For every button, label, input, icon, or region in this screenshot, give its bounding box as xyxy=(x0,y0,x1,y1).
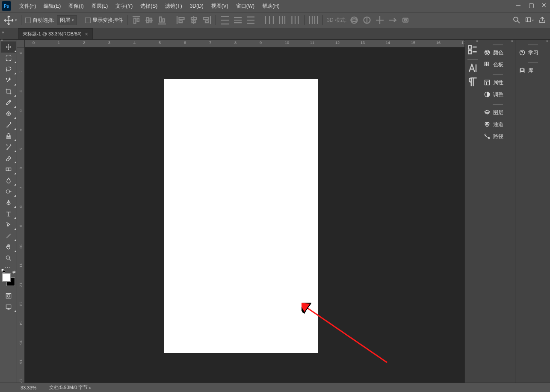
blur-tool[interactable] xyxy=(1,175,16,186)
menu-select[interactable]: 选择(S) xyxy=(136,3,161,10)
foreground-color-swatch[interactable] xyxy=(2,273,11,282)
menu-help[interactable]: 帮助(H) xyxy=(258,3,284,10)
distribute-hcenter-icon[interactable] xyxy=(277,15,287,25)
crop-tool[interactable] xyxy=(1,86,16,97)
layers-panel-button[interactable]: 图层 xyxy=(480,106,515,118)
document-info[interactable]: 文档:5.93M/0 字节▸ xyxy=(49,384,92,391)
panel-expand-icon[interactable]: » xyxy=(476,39,478,43)
document-tab[interactable]: 未标题-1 @ 33.3%(RGB/8#) × xyxy=(18,28,93,39)
auto-select-checkbox[interactable]: 自动选择: xyxy=(25,17,54,24)
window-maximize-icon[interactable]: ▢ xyxy=(528,2,535,9)
distribute-left-icon[interactable] xyxy=(264,15,275,25)
svg-point-4 xyxy=(405,19,407,21)
document-tab-bar: » 未标题-1 @ 33.3%(RGB/8#) × xyxy=(0,28,550,40)
menu-image[interactable]: 图像(I) xyxy=(65,3,87,10)
magic-wand-tool[interactable] xyxy=(1,75,16,86)
ruler-vertical[interactable]: 01234567891011121314151617 xyxy=(17,47,25,383)
document-canvas[interactable] xyxy=(164,79,318,353)
move-tool-indicator-icon: ▾ xyxy=(3,14,17,26)
ruler-origin[interactable] xyxy=(17,40,25,47)
default-colors-icon[interactable] xyxy=(1,269,5,272)
svg-point-11 xyxy=(6,190,9,193)
menu-file[interactable]: 文件(F) xyxy=(15,3,40,10)
zoom-tool[interactable] xyxy=(1,253,16,264)
paths-panel-button[interactable]: 路径 xyxy=(480,130,515,142)
window-minimize-icon[interactable]: ─ xyxy=(515,2,522,9)
menu-view[interactable]: 视图(V) xyxy=(207,3,232,10)
quick-mask-icon[interactable] xyxy=(1,290,16,301)
move-tool[interactable] xyxy=(1,41,16,53)
menu-window[interactable]: 窗口(W) xyxy=(232,3,258,10)
panel-expand-icon[interactable]: » xyxy=(511,39,513,43)
menu-3d[interactable]: 3D(D) xyxy=(186,3,207,9)
3d-zoom-icon[interactable] xyxy=(400,15,411,25)
lasso-tool[interactable] xyxy=(1,64,16,75)
healing-brush-tool[interactable] xyxy=(1,108,16,119)
adjustments-panel-button[interactable]: 调整 xyxy=(480,88,515,100)
paragraph-panel-icon[interactable] xyxy=(466,76,479,88)
canvas-area[interactable]: 01234567891011121314151617 0123456789101… xyxy=(17,40,464,383)
color-swatches[interactable]: ⇄ xyxy=(2,273,15,286)
history-panel-icon[interactable] xyxy=(466,44,479,57)
dodge-tool[interactable] xyxy=(1,186,16,197)
character-panel-icon[interactable] xyxy=(466,62,479,75)
workspace-switcher-icon[interactable]: ▾ xyxy=(525,16,534,24)
pen-tool[interactable] xyxy=(1,197,16,208)
share-icon[interactable] xyxy=(538,16,547,24)
history-brush-tool[interactable] xyxy=(1,141,16,153)
screen-mode-icon[interactable] xyxy=(1,301,16,312)
menu-filter[interactable]: 滤镜(T) xyxy=(161,3,186,10)
svg-point-0 xyxy=(351,17,358,24)
tool-palette: » ⋯ ⇄ xyxy=(0,40,17,383)
swap-colors-icon[interactable]: ⇄ xyxy=(12,270,16,274)
svg-point-21 xyxy=(488,51,488,52)
eraser-tool[interactable] xyxy=(1,153,16,164)
align-hcenter-icon[interactable] xyxy=(189,15,199,25)
path-selection-tool[interactable] xyxy=(1,219,16,230)
distribute-vcenter-icon[interactable] xyxy=(233,15,243,25)
auto-select-target-dropdown[interactable]: 图层▾ xyxy=(57,15,77,25)
gradient-tool[interactable] xyxy=(1,164,16,175)
3d-roll-icon[interactable] xyxy=(362,15,372,25)
3d-pan-icon[interactable] xyxy=(375,15,385,25)
align-bottom-icon[interactable] xyxy=(157,15,167,25)
type-tool[interactable] xyxy=(1,208,16,219)
close-tab-icon[interactable]: × xyxy=(85,31,88,37)
properties-panel-button[interactable]: 属性 xyxy=(480,77,515,88)
distribute-right-icon[interactable] xyxy=(290,15,300,25)
color-panel-button[interactable]: 颜色 xyxy=(480,47,515,59)
menu-type[interactable]: 文字(Y) xyxy=(112,3,136,10)
swatches-panel-button[interactable]: 色板 xyxy=(480,59,515,71)
3d-slide-icon[interactable] xyxy=(387,15,398,25)
brush-tool[interactable] xyxy=(1,119,16,130)
learn-panel-button[interactable]: 学习 xyxy=(515,47,550,59)
svg-rect-6 xyxy=(526,18,531,22)
zoom-level[interactable]: 33.33% xyxy=(21,385,36,390)
eyedropper-tool[interactable] xyxy=(1,97,16,108)
menu-layer[interactable]: 图层(L) xyxy=(88,3,112,10)
search-icon[interactable] xyxy=(512,16,521,24)
align-vcenter-icon[interactable] xyxy=(144,15,154,25)
shape-tool[interactable] xyxy=(1,230,16,242)
distribute-top-icon[interactable] xyxy=(220,15,230,25)
ruler-horizontal[interactable]: 01234567891011121314151617 xyxy=(25,40,464,47)
libraries-panel-button[interactable]: 库 xyxy=(515,65,550,77)
svg-rect-27 xyxy=(485,80,489,85)
show-transform-checkbox[interactable]: 显示变换控件 xyxy=(85,17,123,24)
window-close-icon[interactable]: ✕ xyxy=(541,2,547,9)
align-left-icon[interactable] xyxy=(176,15,186,25)
chevron-right-icon: ▸ xyxy=(89,386,92,390)
hand-tool[interactable] xyxy=(1,242,16,253)
stamp-tool[interactable] xyxy=(1,130,16,141)
distribute-bottom-icon[interactable] xyxy=(245,15,256,25)
mode-3d-label: 3D 模式: xyxy=(327,17,346,24)
3d-orbit-icon[interactable] xyxy=(349,15,359,25)
align-more-icon[interactable] xyxy=(308,15,319,25)
channels-panel-button[interactable]: 通道 xyxy=(480,118,515,130)
align-top-icon[interactable] xyxy=(131,15,142,25)
menu-edit[interactable]: 编辑(E) xyxy=(40,3,65,10)
tabbar-expand-icon[interactable]: » xyxy=(2,30,4,35)
marquee-tool[interactable] xyxy=(1,53,16,64)
align-right-icon[interactable] xyxy=(201,15,212,25)
panel-expand-icon[interactable]: » xyxy=(546,39,548,43)
